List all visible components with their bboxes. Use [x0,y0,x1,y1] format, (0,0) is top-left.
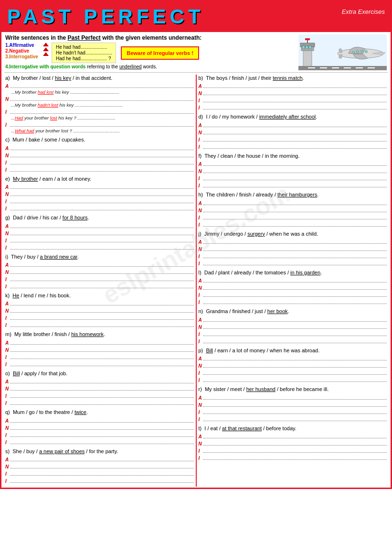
prompt-o: o) Bill / apply / for that job. [5,370,194,377]
exercise-b: b) The boys / finish / just / their tenn… [199,75,387,110]
exercise-k: k) He / lend / me / his book. A N I I [5,292,194,328]
exercise-a: a) My brother / lost / his key / in that… [5,75,194,133]
exercise-f: f) They / clean / the house / in the mor… [199,152,387,188]
exercise-d: d) I / do / my homework / immediately af… [199,113,387,149]
svg-rect-10 [308,67,315,68]
airplane-svg [298,34,387,70]
svg-rect-12 [332,67,339,68]
beware-box: Beware of Irregular verbs ! [121,46,199,60]
exercise-o: o) Bill / apply / for that job. A N I I [5,370,194,406]
svg-rect-14 [356,67,363,68]
page-header: PAST PERFECT Extra Exercises [1,1,391,32]
prompt-g: g) Dad / drive / his car / for 8 hours. [5,214,194,221]
page-subtitle: Extra Exercises [342,8,385,15]
sample-a-int: ...Had your brother lost his key ? .....… [11,115,194,120]
svg-point-20 [365,51,368,53]
svg-rect-15 [368,67,375,68]
exercise-h: h) The children / finish / already / the… [199,191,387,227]
prompt-r: r) My sister / meet / her husband / befo… [199,386,387,393]
prompt-n: n) Grandma / finished / just / her book. [199,308,387,315]
prompt-a: a) My brother / lost / his key / in that… [5,75,194,82]
answer-a-intq: I [5,121,194,128]
svg-rect-5 [306,46,308,49]
prompt-i: i) They / buy / a brand new car. [5,253,194,261]
example-int: Had he had.................... ? [56,56,112,61]
exercise-n: n) Grandma / finished / just / her book.… [199,308,387,344]
page-title: PAST PERFECT [7,5,204,28]
prompt-c: c) Mum / bake / some / cupcakes. [5,136,194,143]
svg-point-19 [361,50,363,53]
prompt-s: s) She / buy / a new pair of shoes / for… [5,448,194,455]
svg-point-18 [357,51,359,53]
inst-int: 3.Interrogative [5,54,38,59]
exercise-q: q) Mum / go / to the theatre / twice. A … [5,409,194,445]
answer-a-neg: N [5,95,194,102]
prompt-h: h) The children / finish / already / the… [199,191,387,198]
examples-box: He had had.................... He hadn't… [52,43,117,63]
exercise-s: s) She / buy / a new pair of shoes / for… [5,448,194,484]
svg-point-17 [352,52,355,54]
inst-line4: 4.Interrogative with question words refe… [5,64,295,69]
exercise-l: l) Dad / plant / already / the tomatoes … [199,269,387,305]
exercise-m: m) My little brother / finish / his home… [5,331,194,367]
svg-rect-4 [302,46,305,49]
sample-a-neg: ...My brother hadn't lost his key ......… [11,102,194,108]
sample-a-intq: ...What had your brother lost ? ........… [11,128,194,133]
svg-rect-8 [305,38,310,40]
airplane-illustration [298,34,387,71]
sample-a-aff: ...My brother had lost his key .........… [11,89,194,95]
prompt-m: m) My little brother / finish / his home… [5,331,194,338]
prompt-l: l) Dad / plant / already / the tomatoes … [199,269,387,276]
exercise-g: g) Dad / drive / his car / for 8 hours. … [5,214,194,250]
answer-a-int: I [5,108,194,115]
prompt-t: t) I / eat / at that restaurant / before… [199,425,387,432]
answer-a-aff: A [5,82,194,89]
svg-rect-1 [303,49,312,68]
svg-rect-11 [320,67,327,68]
prompt-p: p) Bill / earn / a lot of money / when h… [199,347,387,354]
right-column: b) The boys / finish / just / their tenn… [197,75,389,487]
prompt-e: e) My brother / earn / a lot of money. [5,175,194,183]
prompt-q: q) Mum / go / to the theatre / twice. [5,409,194,416]
exercise-i: i) They / buy / a brand new car. A N I I [5,253,194,289]
prompt-f: f) They / clean / the house / in the mor… [199,152,387,160]
example-aff: He had had.................... [56,44,112,50]
prompt-b: b) The boys / finish / just / their tenn… [199,75,387,82]
exercise-e: e) My brother / earn / a lot of money. A… [5,175,194,211]
prompt-j: j) Jimmy / undergo / surgery / when he w… [199,230,387,238]
svg-rect-6 [309,46,311,49]
instructions-title: Write sentences in the Past Perfect with… [5,34,295,41]
exercise-p: p) Bill / earn / a lot of money / when h… [199,347,387,383]
exercise-c: c) Mum / bake / some / cupcakes. A N I I [5,136,194,172]
exercise-t: t) I / eat / at that restaurant / before… [199,425,387,461]
exercise-r: r) My sister / meet / her husband / befo… [199,386,387,422]
inst-neg: 2.Negative [5,48,38,54]
left-column: a) My brother / lost / his key / in that… [3,75,196,487]
prompt-d: d) I / do / my homework / immediately af… [199,113,387,120]
prompt-k: k) He / lend / me / his book. [5,292,194,299]
exercise-j: j) Jimmy / undergo / surgery / when he w… [199,230,387,266]
inst-aff: 1.Affirmative [5,43,38,48]
example-neg: He hadn't had.................... [56,50,112,55]
svg-rect-13 [344,67,351,68]
